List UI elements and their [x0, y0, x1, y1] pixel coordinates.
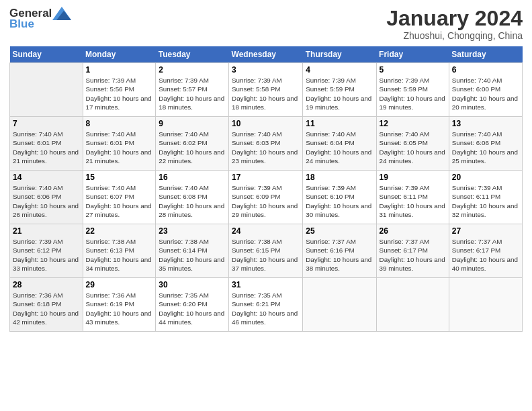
calendar-table: SundayMondayTuesdayWednesdayThursdayFrid… — [9, 46, 523, 332]
title-block: January 2024 Zhuoshui, Chongqing, China — [386, 7, 523, 41]
day-number: 10 — [232, 119, 300, 128]
cell-detail: Sunrise: 7:40 AMSunset: 6:03 PMDaylight:… — [232, 130, 300, 165]
cell-detail: Sunrise: 7:39 AMSunset: 5:59 PMDaylight:… — [306, 76, 373, 111]
logo: General Blue — [9, 7, 71, 31]
calendar-cell: 25 Sunrise: 7:37 AMSunset: 6:16 PMDaylig… — [303, 224, 376, 278]
cell-detail: Sunrise: 7:39 AMSunset: 5:59 PMDaylight:… — [380, 76, 446, 111]
calendar-week-2: 14 Sunrise: 7:40 AMSunset: 6:06 PMDaylig… — [10, 171, 523, 224]
cell-detail: Sunrise: 7:39 AMSunset: 5:57 PMDaylight:… — [159, 76, 226, 111]
day-number: 3 — [232, 65, 300, 75]
cell-detail: Sunrise: 7:35 AMSunset: 6:21 PMDaylight:… — [232, 291, 300, 326]
calendar-cell: 27 Sunrise: 7:37 AMSunset: 6:17 PMDaylig… — [449, 224, 522, 278]
cell-detail: Sunrise: 7:39 AMSunset: 6:12 PMDaylight:… — [13, 237, 80, 273]
cell-detail: Sunrise: 7:36 AMSunset: 6:19 PMDaylight:… — [86, 291, 153, 326]
cell-detail: Sunrise: 7:40 AMSunset: 6:07 PMDaylight:… — [86, 183, 153, 219]
day-number: 15 — [86, 173, 153, 182]
calendar-cell: 23 Sunrise: 7:38 AMSunset: 6:14 PMDaylig… — [156, 224, 229, 278]
calendar-cell: 10 Sunrise: 7:40 AMSunset: 6:03 PMDaylig… — [229, 117, 303, 171]
calendar-week-3: 21 Sunrise: 7:39 AMSunset: 6:12 PMDaylig… — [10, 224, 523, 278]
calendar-cell — [10, 63, 83, 117]
day-header-friday: Friday — [376, 46, 449, 63]
calendar-cell — [303, 278, 376, 332]
cell-detail: Sunrise: 7:40 AMSunset: 6:04 PMDaylight:… — [306, 130, 373, 165]
day-number: 13 — [452, 119, 519, 128]
day-number: 31 — [232, 280, 300, 289]
cell-detail: Sunrise: 7:36 AMSunset: 6:18 PMDaylight:… — [13, 291, 80, 326]
calendar-week-4: 28 Sunrise: 7:36 AMSunset: 6:18 PMDaylig… — [10, 278, 523, 332]
calendar-cell: 30 Sunrise: 7:35 AMSunset: 6:20 PMDaylig… — [156, 278, 229, 332]
day-number: 4 — [306, 65, 373, 75]
calendar-cell: 7 Sunrise: 7:40 AMSunset: 6:01 PMDayligh… — [10, 117, 83, 171]
cell-detail: Sunrise: 7:39 AMSunset: 6:09 PMDaylight:… — [232, 183, 300, 219]
day-number: 14 — [13, 173, 80, 182]
calendar-cell: 24 Sunrise: 7:38 AMSunset: 6:15 PMDaylig… — [229, 224, 303, 278]
calendar-cell: 22 Sunrise: 7:38 AMSunset: 6:13 PMDaylig… — [83, 224, 156, 278]
day-header-saturday: Saturday — [449, 46, 522, 63]
day-number: 29 — [86, 280, 153, 289]
day-number: 11 — [306, 119, 373, 128]
day-number: 17 — [232, 173, 300, 182]
calendar-cell: 14 Sunrise: 7:40 AMSunset: 6:06 PMDaylig… — [10, 171, 83, 224]
day-number: 2 — [159, 65, 226, 75]
day-number: 8 — [86, 119, 153, 128]
cell-detail: Sunrise: 7:39 AMSunset: 6:11 PMDaylight:… — [380, 183, 446, 219]
day-number: 1 — [86, 65, 153, 75]
day-number: 16 — [159, 173, 226, 182]
logo-icon — [52, 7, 71, 20]
day-number: 18 — [306, 173, 373, 182]
day-number: 26 — [380, 226, 446, 236]
day-number: 27 — [452, 226, 519, 236]
cell-detail: Sunrise: 7:40 AMSunset: 6:01 PMDaylight:… — [13, 130, 80, 165]
page-subtitle: Zhuoshui, Chongqing, China — [386, 30, 523, 41]
day-number: 28 — [13, 280, 80, 289]
cell-detail: Sunrise: 7:40 AMSunset: 6:01 PMDaylight:… — [86, 130, 153, 165]
calendar-cell: 26 Sunrise: 7:37 AMSunset: 6:17 PMDaylig… — [376, 224, 449, 278]
cell-detail: Sunrise: 7:37 AMSunset: 6:17 PMDaylight:… — [380, 237, 446, 273]
calendar-header-row: SundayMondayTuesdayWednesdayThursdayFrid… — [10, 46, 523, 63]
cell-detail: Sunrise: 7:40 AMSunset: 6:06 PMDaylight:… — [13, 183, 80, 219]
calendar-cell: 2 Sunrise: 7:39 AMSunset: 5:57 PMDayligh… — [156, 63, 229, 117]
calendar-cell: 19 Sunrise: 7:39 AMSunset: 6:11 PMDaylig… — [376, 171, 449, 224]
cell-detail: Sunrise: 7:40 AMSunset: 6:06 PMDaylight:… — [452, 130, 519, 165]
day-number: 30 — [159, 280, 226, 289]
calendar-cell: 4 Sunrise: 7:39 AMSunset: 5:59 PMDayligh… — [303, 63, 376, 117]
day-header-sunday: Sunday — [10, 46, 83, 63]
cell-detail: Sunrise: 7:39 AMSunset: 5:56 PMDaylight:… — [86, 76, 153, 111]
cell-detail: Sunrise: 7:37 AMSunset: 6:16 PMDaylight:… — [306, 237, 373, 273]
calendar-cell: 1 Sunrise: 7:39 AMSunset: 5:56 PMDayligh… — [83, 63, 156, 117]
calendar-cell: 29 Sunrise: 7:36 AMSunset: 6:19 PMDaylig… — [83, 278, 156, 332]
calendar-cell — [376, 278, 449, 332]
day-number: 23 — [159, 226, 226, 236]
calendar-cell: 6 Sunrise: 7:40 AMSunset: 6:00 PMDayligh… — [449, 63, 522, 117]
calendar-cell: 5 Sunrise: 7:39 AMSunset: 5:59 PMDayligh… — [376, 63, 449, 117]
calendar-cell: 8 Sunrise: 7:40 AMSunset: 6:01 PMDayligh… — [83, 117, 156, 171]
day-header-monday: Monday — [83, 46, 156, 63]
cell-detail: Sunrise: 7:35 AMSunset: 6:20 PMDaylight:… — [159, 291, 226, 326]
day-number: 22 — [86, 226, 153, 236]
day-number: 7 — [13, 119, 80, 128]
cell-detail: Sunrise: 7:40 AMSunset: 6:08 PMDaylight:… — [159, 183, 226, 219]
logo-blue: Blue — [9, 17, 34, 31]
calendar-week-1: 7 Sunrise: 7:40 AMSunset: 6:01 PMDayligh… — [10, 117, 523, 171]
calendar-cell: 13 Sunrise: 7:40 AMSunset: 6:06 PMDaylig… — [449, 117, 522, 171]
cell-detail: Sunrise: 7:39 AMSunset: 6:11 PMDaylight:… — [452, 183, 519, 219]
day-number: 21 — [13, 226, 80, 236]
cell-detail: Sunrise: 7:38 AMSunset: 6:14 PMDaylight:… — [159, 237, 226, 273]
calendar-cell: 9 Sunrise: 7:40 AMSunset: 6:02 PMDayligh… — [156, 117, 229, 171]
day-number: 19 — [380, 173, 446, 182]
cell-detail: Sunrise: 7:39 AMSunset: 5:58 PMDaylight:… — [232, 76, 300, 111]
calendar-cell: 21 Sunrise: 7:39 AMSunset: 6:12 PMDaylig… — [10, 224, 83, 278]
cell-detail: Sunrise: 7:40 AMSunset: 6:00 PMDaylight:… — [452, 76, 519, 111]
day-number: 20 — [452, 173, 519, 182]
day-header-thursday: Thursday — [303, 46, 376, 63]
calendar-cell: 3 Sunrise: 7:39 AMSunset: 5:58 PMDayligh… — [229, 63, 303, 117]
calendar-cell: 20 Sunrise: 7:39 AMSunset: 6:11 PMDaylig… — [449, 171, 522, 224]
calendar-week-0: 1 Sunrise: 7:39 AMSunset: 5:56 PMDayligh… — [10, 63, 523, 117]
day-header-tuesday: Tuesday — [156, 46, 229, 63]
cell-detail: Sunrise: 7:38 AMSunset: 6:13 PMDaylight:… — [86, 237, 153, 273]
calendar-cell: 28 Sunrise: 7:36 AMSunset: 6:18 PMDaylig… — [10, 278, 83, 332]
cell-detail: Sunrise: 7:40 AMSunset: 6:05 PMDaylight:… — [380, 130, 446, 165]
day-number: 5 — [380, 65, 446, 75]
calendar-cell — [449, 278, 522, 332]
page-title: January 2024 — [386, 7, 523, 30]
